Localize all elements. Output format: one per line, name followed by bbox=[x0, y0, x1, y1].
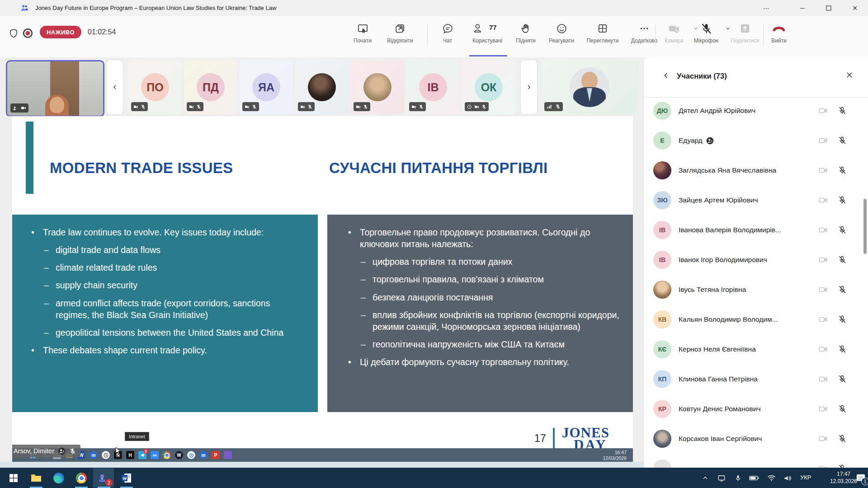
react-button[interactable]: Реагувати bbox=[542, 22, 581, 44]
participant-row[interactable]: КР Ковтун Денис Романович bbox=[653, 394, 859, 424]
start-presenting-button[interactable]: Почати bbox=[343, 22, 382, 44]
bullet: Trade law continues to evolve. Key issue… bbox=[30, 226, 302, 238]
participants-button[interactable]: 77 Користувачі bbox=[466, 22, 509, 44]
microphone-button[interactable]: Мікрофон bbox=[687, 22, 726, 44]
tray-cast-icon[interactable] bbox=[714, 471, 729, 485]
participant-row[interactable]: ІВ Іванова Валерія Володимирів... bbox=[653, 215, 859, 245]
avatar: КП bbox=[653, 370, 671, 388]
participant-row[interactable]: КЄ Керноз Неля Євгеніївна bbox=[653, 334, 859, 364]
speaker-video-tile[interactable]: ? bbox=[6, 60, 104, 117]
participant-row[interactable]: ЗЮ Зайцев Артем Юрійович bbox=[653, 185, 859, 215]
mic-off-icon bbox=[837, 464, 847, 468]
meeting-timer: 01:02:54 bbox=[88, 28, 116, 36]
scroll-left-button[interactable] bbox=[107, 60, 123, 114]
leave-button[interactable]: Вийти bbox=[760, 22, 798, 44]
view-button[interactable]: Переглянути bbox=[583, 22, 622, 44]
window-more-button[interactable]: ⋯ bbox=[753, 0, 779, 16]
chrome-icon[interactable] bbox=[74, 471, 89, 485]
avatar: ПО bbox=[141, 73, 169, 101]
avatar: КР bbox=[653, 400, 671, 418]
participant-row[interactable]: ІВ Іванок Ігор Володимирович bbox=[653, 245, 859, 275]
word-icon[interactable]: W bbox=[119, 471, 134, 485]
mic-off-icon bbox=[837, 434, 847, 444]
tile-status-badges bbox=[187, 102, 203, 111]
chat-button[interactable]: Чат bbox=[428, 22, 467, 44]
bullet: supply chain security bbox=[44, 279, 302, 291]
participant-tile[interactable] bbox=[295, 60, 349, 114]
camera-switch-icon bbox=[21, 105, 26, 111]
person-status-icon: ? bbox=[13, 106, 18, 111]
edge-icon[interactable] bbox=[52, 471, 66, 485]
participant-row[interactable]: КВ Кальян Володимир Володим... bbox=[653, 305, 859, 334]
unpin-button[interactable]: Відкріпити bbox=[381, 22, 420, 44]
camera-off-icon bbox=[818, 136, 828, 145]
security-shield-icon[interactable] bbox=[8, 28, 19, 39]
tray-volume-icon[interactable] bbox=[780, 471, 795, 485]
participant-row[interactable]: Івусь Тетяна Ігорівна bbox=[653, 275, 859, 305]
participant-tile[interactable]: ПД bbox=[184, 60, 238, 114]
pinned-presenter-tile[interactable] bbox=[541, 60, 638, 114]
camera-off-icon bbox=[818, 404, 828, 414]
scroll-right-button[interactable] bbox=[521, 60, 537, 114]
teams-taskbar-icon[interactable]: T 2 bbox=[96, 471, 111, 485]
avatar-photo bbox=[653, 161, 671, 179]
participant-row[interactable]: КП Клинова Ганна Петрівна bbox=[653, 364, 859, 394]
language-indicator[interactable]: УКР bbox=[800, 474, 811, 481]
tray-wifi-icon[interactable] bbox=[764, 471, 778, 485]
share-screen-icon bbox=[726, 22, 764, 35]
participant-tile[interactable]: ЯА bbox=[239, 60, 293, 114]
avatar: ДЮ bbox=[653, 102, 671, 120]
h-app-icon: H bbox=[126, 451, 134, 459]
window-minimize-button[interactable]: ─ bbox=[789, 0, 816, 16]
tile-status-badges: ? bbox=[465, 102, 489, 111]
clock-app-icon bbox=[102, 451, 110, 459]
window-maximize-button[interactable] bbox=[816, 0, 842, 16]
mic-off-icon bbox=[419, 104, 424, 109]
bullet: цифрова торгівля та потоки даних bbox=[361, 256, 619, 267]
tray-battery-icon[interactable] bbox=[747, 471, 761, 485]
action-center-icon[interactable]: 1 bbox=[854, 471, 868, 485]
share-button[interactable]: Поділитися bbox=[726, 22, 764, 44]
windows-taskbar: T 2 W УКР 17:47 12.03.2026 bbox=[0, 468, 868, 488]
start-button[interactable] bbox=[6, 471, 21, 485]
window-title: Jones Day Future in Europe Program – Eur… bbox=[35, 5, 276, 11]
participant-row[interactable] bbox=[653, 454, 859, 468]
participant-tile[interactable]: ОК ? bbox=[462, 60, 516, 114]
mic-off-icon bbox=[837, 404, 847, 414]
mic-off-icon bbox=[481, 104, 486, 109]
close-icon[interactable] bbox=[845, 71, 854, 79]
mic-off-icon bbox=[252, 104, 257, 109]
tray-mic-icon[interactable] bbox=[731, 471, 745, 485]
teams-badge: 2 bbox=[105, 479, 113, 486]
svg-text:?: ? bbox=[469, 105, 470, 108]
participant-tile[interactable] bbox=[350, 60, 405, 114]
camera-off-icon bbox=[189, 104, 194, 109]
file-explorer-icon[interactable] bbox=[29, 471, 43, 485]
participant-row[interactable]: ДЮ Дятел Андрій Юрійович bbox=[653, 96, 859, 126]
avatar: ЗЮ bbox=[653, 191, 671, 209]
mic-off-icon bbox=[837, 225, 847, 235]
participant-row[interactable]: Корсаков Іван Сергійович bbox=[653, 424, 859, 454]
slide-page-number: 17 bbox=[534, 432, 546, 445]
tray-chevron-icon[interactable] bbox=[698, 471, 712, 485]
participant-tile[interactable]: ПО bbox=[128, 60, 182, 114]
panel-scrollbar[interactable] bbox=[863, 199, 867, 254]
raise-hand-button[interactable]: Підняти bbox=[506, 22, 545, 44]
slide-title-en: MODERN TRADE ISSUES bbox=[50, 160, 233, 177]
slide-body-en: Trade law continues to evolve. Key issue… bbox=[12, 215, 318, 412]
camera-off-icon bbox=[818, 344, 828, 354]
back-icon[interactable] bbox=[661, 71, 670, 80]
intranet-tooltip: Intranet bbox=[125, 432, 149, 441]
mic-off-icon bbox=[196, 104, 201, 109]
participant-row[interactable]: Заглядська Яна Вячеславівна bbox=[653, 155, 859, 185]
bullet: geopolitical tensions between the United… bbox=[44, 327, 302, 338]
window-close-button[interactable]: ✕ bbox=[842, 0, 868, 16]
webex-icon: W bbox=[175, 451, 183, 459]
speaker-video bbox=[79, 61, 103, 116]
participant-tile[interactable]: ІВ bbox=[406, 60, 460, 114]
participant-count: 77 bbox=[489, 23, 497, 31]
participant-row[interactable]: Е Едуард ? bbox=[653, 126, 859, 155]
bullet: безпека ланцюгів постачання bbox=[361, 291, 619, 303]
meeting-toolbar: НАЖИВО 01:02:54 Почати Відкріпити bbox=[0, 16, 868, 58]
mic-off-icon bbox=[555, 104, 561, 109]
